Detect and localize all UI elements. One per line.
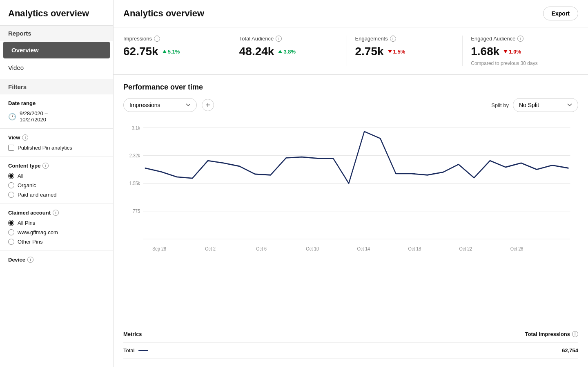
page-title: Analytics overview — [123, 8, 204, 19]
comparison-note: Compared to previous 30 days — [471, 60, 570, 66]
claimed-account-section: Claimed account i All Pins www.gffmag.co… — [0, 204, 113, 251]
chart-section: Performance over time Impressions Total … — [114, 75, 588, 326]
published-pin-checkbox[interactable]: Published Pin analytics — [8, 145, 105, 151]
svg-text:1.55k: 1.55k — [129, 180, 140, 186]
split-label: Split by — [491, 102, 509, 108]
clock-icon: 🕐 — [8, 113, 16, 121]
svg-text:Oct 22: Oct 22 — [459, 246, 472, 251]
add-metric-button[interactable]: + — [202, 99, 214, 111]
app-title: Analytics overview — [8, 8, 105, 19]
engagements-value: 2.75k — [355, 45, 384, 58]
line-chart-container: 3.1k 2.32k 1.55k 775 Sep 28 Oct 2 Oct 6 … — [123, 119, 578, 257]
metric-total-audience: Total Audience i 48.24k 3.8% — [231, 36, 347, 66]
engagements-change: 1.5% — [388, 49, 405, 55]
table-row: Total 62,754 — [123, 342, 578, 359]
total-audience-info-icon: i — [276, 36, 282, 42]
engagements-value-row: 2.75k 1.5% — [355, 45, 454, 58]
metrics-table-header: Metrics Total impressions i — [123, 326, 578, 342]
impressions-value-row: 62.75k 5.1% — [123, 45, 223, 58]
split-select[interactable]: No Split Device Source Content type — [513, 98, 578, 112]
date-range-row[interactable]: 🕐 9/28/2020 – 10/27/2020 — [8, 110, 105, 123]
split-by-row: Split by No Split Device Source Content … — [491, 98, 578, 112]
content-type-organic[interactable]: Organic — [8, 182, 105, 188]
impressions-change: 5.1% — [163, 49, 180, 55]
svg-text:Oct 10: Oct 10 — [306, 246, 319, 251]
svg-text:775: 775 — [133, 208, 140, 214]
metric-impressions: Impressions i 62.75k 5.1% — [123, 36, 231, 66]
svg-text:Oct 6: Oct 6 — [256, 246, 267, 251]
metrics-col-label: Metrics — [123, 331, 142, 337]
chart-title: Performance over time — [123, 83, 578, 92]
claimed-all-pins[interactable]: All Pins — [8, 220, 105, 226]
impressions-value: 62.75k — [123, 45, 158, 58]
claimed-account-radio-group: All Pins www.gffmag.com Other Pins — [8, 220, 105, 245]
svg-text:Oct 18: Oct 18 — [408, 246, 421, 251]
sidebar: Analytics overview Reports Overview Vide… — [0, 0, 114, 367]
content-type-title: Content type i — [8, 163, 105, 169]
svg-text:3.1k: 3.1k — [132, 125, 140, 130]
engaged-audience-change: 1.0% — [503, 49, 521, 55]
row-line-indicator — [138, 350, 148, 351]
arrow-down-icon — [388, 50, 392, 53]
sidebar-header: Analytics overview — [0, 0, 113, 26]
view-section: View i Published Pin analytics — [0, 129, 113, 157]
engagements-info-icon: i — [390, 36, 396, 42]
impressions-info-icon: i — [154, 36, 160, 42]
row-total-value: 62,754 — [562, 347, 578, 354]
svg-text:Oct 14: Oct 14 — [357, 246, 370, 251]
claimed-other-pins[interactable]: Other Pins — [8, 239, 105, 245]
published-pin-input[interactable] — [8, 145, 14, 151]
sidebar-item-overview[interactable]: Overview — [3, 42, 110, 58]
date-range-value: 9/28/2020 – 10/27/2020 — [20, 110, 48, 123]
content-type-section: Content type i All Organic Paid and earn… — [0, 157, 113, 204]
main-content: Analytics overview Export Impressions i … — [114, 0, 588, 367]
total-audience-value-row: 48.24k 3.8% — [239, 45, 339, 58]
date-range-section: Date range 🕐 9/28/2020 – 10/27/2020 — [0, 94, 113, 129]
view-info-icon: i — [22, 134, 28, 141]
total-impressions-info-icon: i — [572, 331, 578, 337]
engagements-label: Engagements i — [355, 36, 454, 42]
svg-text:Oct 2: Oct 2 — [205, 246, 216, 251]
arrow-down-icon-2 — [503, 50, 508, 53]
sidebar-item-video[interactable]: Video — [0, 59, 113, 76]
filters-section-label: Filters — [0, 79, 113, 94]
engaged-audience-value: 1.68k — [471, 45, 499, 58]
export-button[interactable]: Export — [543, 7, 578, 20]
row-total-label: Total — [123, 347, 148, 354]
engaged-audience-label: Engaged Audience i — [471, 36, 570, 42]
date-range-title: Date range — [8, 100, 105, 106]
claimed-account-info-icon: i — [53, 210, 59, 216]
line-chart: 3.1k 2.32k 1.55k 775 Sep 28 Oct 2 Oct 6 … — [123, 119, 578, 257]
claimed-account-title: Claimed account i — [8, 210, 105, 216]
top-bar: Analytics overview Export — [114, 0, 588, 27]
total-audience-label: Total Audience i — [239, 36, 339, 42]
impressions-label: Impressions i — [123, 36, 223, 42]
engaged-audience-value-row: 1.68k 1.0% — [471, 45, 570, 58]
chart-controls: Impressions Total Audience Engagements E… — [123, 98, 578, 112]
total-audience-change: 3.8% — [278, 49, 296, 55]
content-type-radio-group: All Organic Paid and earned — [8, 173, 105, 198]
device-info-icon: i — [27, 257, 33, 263]
arrow-up-icon-2 — [278, 50, 282, 53]
svg-text:Sep 28: Sep 28 — [152, 246, 166, 251]
chart-line — [145, 132, 568, 184]
svg-text:2.32k: 2.32k — [129, 152, 140, 158]
metric-engagements: Engagements i 2.75k 1.5% — [347, 36, 463, 66]
total-audience-value: 48.24k — [239, 45, 274, 58]
metric-engaged-audience: Engaged Audience i 1.68k 1.0% Compared t… — [463, 36, 578, 66]
metrics-table-section: Metrics Total impressions i Total 62,754 — [114, 326, 588, 367]
metric-select[interactable]: Impressions Total Audience Engagements E… — [123, 98, 197, 112]
content-type-all[interactable]: All — [8, 173, 105, 179]
content-type-info-icon: i — [42, 163, 49, 169]
claimed-gffmag[interactable]: www.gffmag.com — [8, 229, 105, 235]
metrics-bar: Impressions i 62.75k 5.1% Total Audience… — [114, 27, 588, 75]
reports-section-label: Reports — [0, 26, 113, 41]
device-section-title: Device i — [0, 251, 113, 263]
content-type-paid-earned[interactable]: Paid and earned — [8, 192, 105, 198]
app-layout: Analytics overview Reports Overview Vide… — [0, 0, 588, 367]
engaged-audience-info-icon: i — [517, 36, 523, 42]
svg-text:Oct 26: Oct 26 — [510, 246, 523, 251]
arrow-up-icon — [163, 50, 167, 53]
view-title: View i — [8, 134, 105, 141]
total-impressions-label: Total impressions i — [525, 331, 578, 337]
